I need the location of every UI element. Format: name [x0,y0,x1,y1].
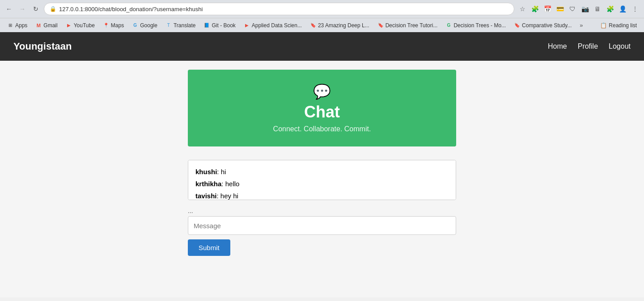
translate-icon: T [165,22,172,29]
typing-indicator: ... [188,207,456,214]
wallet-button[interactable]: 💳 [555,4,565,14]
chat-bubble-icon: 💬 [313,83,331,100]
bookmark-star-button[interactable]: ☆ [517,4,528,14]
message-text-1: : hi [217,168,226,176]
screenshot-button[interactable]: 📷 [580,4,590,14]
message-username-2: krthikha [195,180,221,188]
maps-icon: 📍 [103,22,109,29]
profile-button[interactable]: 👤 [617,4,628,14]
message-input[interactable] [188,216,456,235]
browser-chrome: ← → ↻ 🔒 127.0.0.1:8000/chat/blood_donati… [0,0,644,32]
page-content: 💬 Chat Connect. Collaborate. Commit. khu… [0,61,644,297]
app-container: Youngistaan Home Profile Logout 💬 Chat C… [0,32,644,297]
submit-button[interactable]: Submit [188,239,230,256]
bookmark-applied-data[interactable]: ▶ Applied Data Scien... [240,21,305,30]
bookmark-decision-tree-tut[interactable]: 🔖 Decision Tree Tutori... [374,21,441,30]
typing-dots: ... [188,207,193,214]
message-text-3: : hey hi [217,192,238,200]
bookmark-apps-label: Apps [15,22,27,29]
bookmark-decision-trees-mo[interactable]: G Decision Trees - Mo... [442,21,509,30]
amazing-deep-icon: 🔖 [310,22,316,29]
git-book-icon: 📘 [203,22,210,29]
forward-button[interactable]: → [17,4,28,14]
message-line: khushi: hi [195,166,449,178]
bookmark-google-label: Google [140,22,157,29]
chat-title: Chat [304,103,340,121]
reading-list-label: Reading list [609,22,637,29]
bookmark-translate-label: Translate [174,22,196,29]
bookmark-maps-label: Maps [111,22,124,29]
chat-banner: 💬 Chat Connect. Collaborate. Commit. [188,70,456,146]
nav-home[interactable]: Home [548,42,567,50]
reload-button[interactable]: ↻ [30,4,41,14]
navbar-links: Home Profile Logout [548,42,631,50]
applied-data-icon: ▶ [244,22,250,29]
back-button[interactable]: ← [4,4,14,14]
chat-subtitle: Connect. Collaborate. Commit. [273,125,371,133]
menu-button[interactable]: ⋮ [630,4,640,14]
bookmark-translate[interactable]: T Translate [162,21,199,30]
reading-list-icon: 📋 [600,22,607,29]
message-line: tavishi: hey hi [195,190,449,200]
bookmark-amazing-label: 23 Amazing Deep L... [318,22,369,29]
navbar-brand[interactable]: Youngistaan [13,41,72,52]
extensions-puzzle-button[interactable]: 🧩 [605,4,615,14]
message-username-3: tavishi [195,192,217,200]
nav-logout[interactable]: Logout [609,42,631,50]
bookmark-youtube[interactable]: ▶ YouTube [62,21,98,30]
url-text: 127.0.0.1:8000/chat/blood_donation/?user… [59,6,203,13]
bookmark-comparative-label: Comparative Study... [522,22,572,29]
message-line: krthikha: hello [195,178,449,190]
google-icon: G [132,22,138,29]
lock-icon: 🔒 [50,6,56,12]
bookmark-amazing-deep[interactable]: 🔖 23 Amazing Deep L... [306,21,373,30]
comparative-icon: 🔖 [514,22,520,29]
bookmark-git-label: Git - Book [212,22,235,29]
display-button[interactable]: 🖥 [592,4,603,14]
nav-profile[interactable]: Profile [578,42,598,50]
address-bar[interactable]: 🔒 127.0.0.1:8000/chat/blood_donation/?us… [44,3,514,15]
bookmark-apps[interactable]: ⊞ Apps [4,21,31,30]
bookmarks-bar: ⊞ Apps M Gmail ▶ YouTube 📍 Maps G Google… [0,18,644,32]
apps-icon: ⊞ [7,22,13,29]
navbar: Youngistaan Home Profile Logout [0,32,644,61]
gmail-icon: M [35,22,42,29]
calendar-icon-button[interactable]: 📅 [542,4,553,14]
bookmark-gmail[interactable]: M Gmail [32,21,61,30]
browser-actions: ☆ 🧩 📅 💳 🛡 📷 🖥 🧩 👤 ⋮ [517,4,640,14]
chat-messages-container[interactable]: khushi: hi krthikha: hello tavishi: hey … [188,160,456,200]
bookmark-git-book[interactable]: 📘 Git - Book [200,21,239,30]
bookmark-comparative[interactable]: 🔖 Comparative Study... [510,21,575,30]
bookmark-decision-mo-label: Decision Trees - Mo... [453,22,506,29]
decision-tree-tut-icon: 🔖 [377,22,384,29]
reading-list-button[interactable]: 📋 Reading list [597,21,640,30]
bookmark-youtube-label: YouTube [74,22,95,29]
youtube-icon: ▶ [66,22,72,29]
message-text-2: : hello [221,180,239,188]
shield-button[interactable]: 🛡 [567,4,578,14]
decision-trees-mo-icon: G [445,22,452,29]
bookmark-gmail-label: Gmail [43,22,57,29]
message-username-1: khushi [195,168,217,176]
bookmark-maps[interactable]: 📍 Maps [99,21,127,30]
bookmark-applied-label: Applied Data Scien... [252,22,302,29]
extension-button[interactable]: 🧩 [530,4,540,14]
message-input-container: Submit [188,216,456,256]
bookmark-google[interactable]: G Google [128,21,161,30]
bookmark-decision-tut-label: Decision Tree Tutori... [386,22,438,29]
browser-toolbar: ← → ↻ 🔒 127.0.0.1:8000/chat/blood_donati… [0,0,644,18]
bookmark-more-button[interactable]: » [577,21,585,30]
